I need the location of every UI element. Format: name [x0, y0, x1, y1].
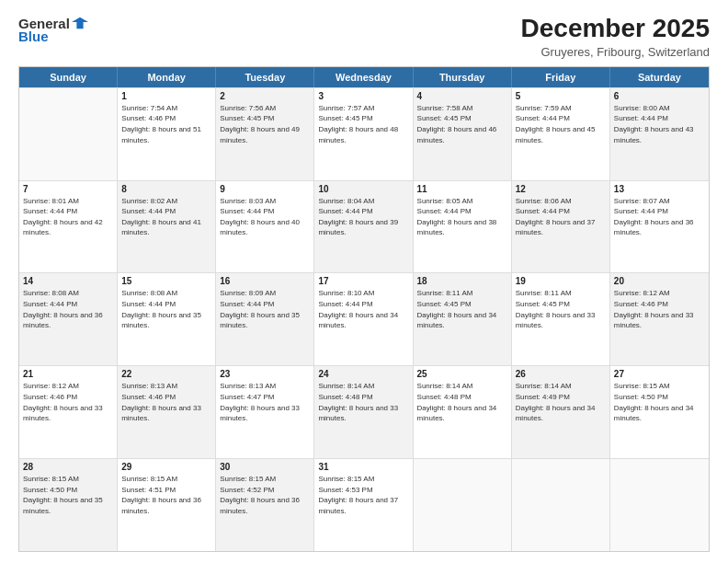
cell-sun-info: Sunrise: 8:14 AM Sunset: 4:48 PM Dayligh…	[417, 381, 507, 423]
calendar-header-row: SundayMondayTuesdayWednesdayThursdayFrid…	[19, 67, 709, 87]
cell-sun-info: Sunrise: 8:13 AM Sunset: 4:46 PM Dayligh…	[121, 381, 211, 423]
cell-sun-info: Sunrise: 8:01 AM Sunset: 4:44 PM Dayligh…	[23, 196, 113, 238]
cell-sun-info: Sunrise: 8:14 AM Sunset: 4:48 PM Dayligh…	[318, 381, 408, 423]
cell-sun-info: Sunrise: 8:12 AM Sunset: 4:46 PM Dayligh…	[614, 288, 705, 330]
day-number: 11	[417, 184, 507, 194]
calendar-cell	[610, 459, 709, 551]
cell-sun-info: Sunrise: 8:11 AM Sunset: 4:45 PM Dayligh…	[516, 288, 606, 330]
day-number: 5	[516, 91, 606, 101]
day-number: 26	[516, 369, 606, 379]
day-number: 29	[121, 462, 211, 472]
calendar-week-row: 28Sunrise: 8:15 AM Sunset: 4:50 PM Dayli…	[19, 458, 709, 551]
day-number: 1	[121, 91, 211, 101]
logo-blue: Blue	[18, 29, 49, 43]
day-number: 4	[417, 91, 507, 101]
cell-sun-info: Sunrise: 7:58 AM Sunset: 4:45 PM Dayligh…	[417, 103, 507, 145]
cell-sun-info: Sunrise: 8:13 AM Sunset: 4:47 PM Dayligh…	[220, 381, 310, 423]
calendar-day-header: Tuesday	[216, 67, 314, 87]
title-block: December 2025 Gruyeres, Fribourg, Switze…	[521, 15, 710, 59]
cell-sun-info: Sunrise: 8:10 AM Sunset: 4:44 PM Dayligh…	[318, 288, 408, 330]
calendar-cell: 29Sunrise: 8:15 AM Sunset: 4:51 PM Dayli…	[118, 459, 216, 551]
cell-sun-info: Sunrise: 7:56 AM Sunset: 4:45 PM Dayligh…	[220, 103, 310, 145]
calendar-cell: 10Sunrise: 8:04 AM Sunset: 4:44 PM Dayli…	[314, 181, 413, 273]
calendar-cell: 24Sunrise: 8:14 AM Sunset: 4:48 PM Dayli…	[314, 366, 413, 458]
calendar-cell: 6Sunrise: 8:00 AM Sunset: 4:44 PM Daylig…	[610, 88, 709, 180]
day-number: 25	[417, 369, 507, 379]
cell-sun-info: Sunrise: 8:08 AM Sunset: 4:44 PM Dayligh…	[121, 288, 211, 330]
cell-sun-info: Sunrise: 8:11 AM Sunset: 4:45 PM Dayligh…	[417, 288, 507, 330]
cell-sun-info: Sunrise: 8:00 AM Sunset: 4:44 PM Dayligh…	[614, 103, 705, 145]
calendar-cell: 19Sunrise: 8:11 AM Sunset: 4:45 PM Dayli…	[512, 273, 610, 365]
day-number: 31	[318, 462, 408, 472]
calendar-cell: 18Sunrise: 8:11 AM Sunset: 4:45 PM Dayli…	[414, 273, 512, 365]
day-number: 13	[614, 184, 705, 194]
calendar-cell: 8Sunrise: 8:02 AM Sunset: 4:44 PM Daylig…	[118, 181, 216, 273]
calendar-cell: 3Sunrise: 7:57 AM Sunset: 4:45 PM Daylig…	[314, 88, 413, 180]
cell-sun-info: Sunrise: 8:08 AM Sunset: 4:44 PM Dayligh…	[23, 288, 113, 330]
cell-sun-info: Sunrise: 8:15 AM Sunset: 4:51 PM Dayligh…	[121, 474, 211, 516]
calendar-body: 1Sunrise: 7:54 AM Sunset: 4:46 PM Daylig…	[19, 87, 709, 551]
calendar-day-header: Thursday	[414, 67, 512, 87]
day-number: 8	[121, 184, 211, 194]
cell-sun-info: Sunrise: 8:12 AM Sunset: 4:46 PM Dayligh…	[23, 381, 113, 423]
day-number: 12	[516, 184, 606, 194]
day-number: 22	[121, 369, 211, 379]
calendar-cell: 21Sunrise: 8:12 AM Sunset: 4:46 PM Dayli…	[19, 366, 118, 458]
calendar-cell: 15Sunrise: 8:08 AM Sunset: 4:44 PM Dayli…	[118, 273, 216, 365]
cell-sun-info: Sunrise: 8:15 AM Sunset: 4:52 PM Dayligh…	[220, 474, 310, 516]
page-title: December 2025	[521, 15, 710, 43]
day-number: 14	[23, 276, 113, 286]
calendar-cell: 4Sunrise: 7:58 AM Sunset: 4:45 PM Daylig…	[414, 88, 512, 180]
calendar-cell: 5Sunrise: 7:59 AM Sunset: 4:44 PM Daylig…	[512, 88, 610, 180]
day-number: 19	[516, 276, 606, 286]
day-number: 21	[23, 369, 113, 379]
calendar-week-row: 1Sunrise: 7:54 AM Sunset: 4:46 PM Daylig…	[19, 87, 709, 180]
calendar-cell: 22Sunrise: 8:13 AM Sunset: 4:46 PM Dayli…	[118, 366, 216, 458]
calendar-cell: 26Sunrise: 8:14 AM Sunset: 4:49 PM Dayli…	[512, 366, 610, 458]
calendar-cell: 25Sunrise: 8:14 AM Sunset: 4:48 PM Dayli…	[414, 366, 512, 458]
calendar-day-header: Monday	[118, 67, 216, 87]
calendar-week-row: 21Sunrise: 8:12 AM Sunset: 4:46 PM Dayli…	[19, 365, 709, 458]
day-number: 10	[318, 184, 408, 194]
calendar-cell: 11Sunrise: 8:05 AM Sunset: 4:44 PM Dayli…	[414, 181, 512, 273]
cell-sun-info: Sunrise: 8:15 AM Sunset: 4:50 PM Dayligh…	[614, 381, 705, 423]
calendar-cell: 7Sunrise: 8:01 AM Sunset: 4:44 PM Daylig…	[19, 181, 118, 273]
cell-sun-info: Sunrise: 8:14 AM Sunset: 4:49 PM Dayligh…	[516, 381, 606, 423]
calendar-cell: 14Sunrise: 8:08 AM Sunset: 4:44 PM Dayli…	[19, 273, 118, 365]
calendar-cell	[512, 459, 610, 551]
calendar-cell: 23Sunrise: 8:13 AM Sunset: 4:47 PM Dayli…	[216, 366, 314, 458]
calendar-cell: 13Sunrise: 8:07 AM Sunset: 4:44 PM Dayli…	[610, 181, 709, 273]
cell-sun-info: Sunrise: 8:07 AM Sunset: 4:44 PM Dayligh…	[614, 196, 705, 238]
page-subtitle: Gruyeres, Fribourg, Switzerland	[521, 45, 710, 59]
calendar-cell: 2Sunrise: 7:56 AM Sunset: 4:45 PM Daylig…	[216, 88, 314, 180]
day-number: 2	[220, 91, 310, 101]
cell-sun-info: Sunrise: 8:05 AM Sunset: 4:44 PM Dayligh…	[417, 196, 507, 238]
calendar-cell: 30Sunrise: 8:15 AM Sunset: 4:52 PM Dayli…	[216, 459, 314, 551]
calendar-cell: 1Sunrise: 7:54 AM Sunset: 4:46 PM Daylig…	[118, 88, 216, 180]
calendar-week-row: 14Sunrise: 8:08 AM Sunset: 4:44 PM Dayli…	[19, 272, 709, 365]
calendar-cell: 9Sunrise: 8:03 AM Sunset: 4:44 PM Daylig…	[216, 181, 314, 273]
cell-sun-info: Sunrise: 8:15 AM Sunset: 4:50 PM Dayligh…	[23, 474, 113, 516]
calendar-day-header: Saturday	[610, 67, 709, 87]
calendar-day-header: Wednesday	[314, 67, 413, 87]
day-number: 6	[614, 91, 705, 101]
calendar: SundayMondayTuesdayWednesdayThursdayFrid…	[18, 66, 710, 552]
day-number: 3	[318, 91, 408, 101]
cell-sun-info: Sunrise: 8:15 AM Sunset: 4:53 PM Dayligh…	[318, 474, 408, 516]
day-number: 16	[220, 276, 310, 286]
cell-sun-info: Sunrise: 7:59 AM Sunset: 4:44 PM Dayligh…	[516, 103, 606, 145]
header: General Blue December 2025 Gruyeres, Fri…	[18, 15, 710, 59]
cell-sun-info: Sunrise: 8:09 AM Sunset: 4:44 PM Dayligh…	[220, 288, 310, 330]
logo: General Blue	[18, 15, 88, 43]
cell-sun-info: Sunrise: 8:06 AM Sunset: 4:44 PM Dayligh…	[516, 196, 606, 238]
day-number: 24	[318, 369, 408, 379]
day-number: 20	[614, 276, 705, 286]
day-number: 28	[23, 462, 113, 472]
day-number: 15	[121, 276, 211, 286]
calendar-cell: 28Sunrise: 8:15 AM Sunset: 4:50 PM Dayli…	[19, 459, 118, 551]
calendar-cell: 20Sunrise: 8:12 AM Sunset: 4:46 PM Dayli…	[610, 273, 709, 365]
day-number: 17	[318, 276, 408, 286]
cell-sun-info: Sunrise: 7:54 AM Sunset: 4:46 PM Dayligh…	[121, 103, 211, 145]
calendar-cell: 16Sunrise: 8:09 AM Sunset: 4:44 PM Dayli…	[216, 273, 314, 365]
day-number: 27	[614, 369, 705, 379]
